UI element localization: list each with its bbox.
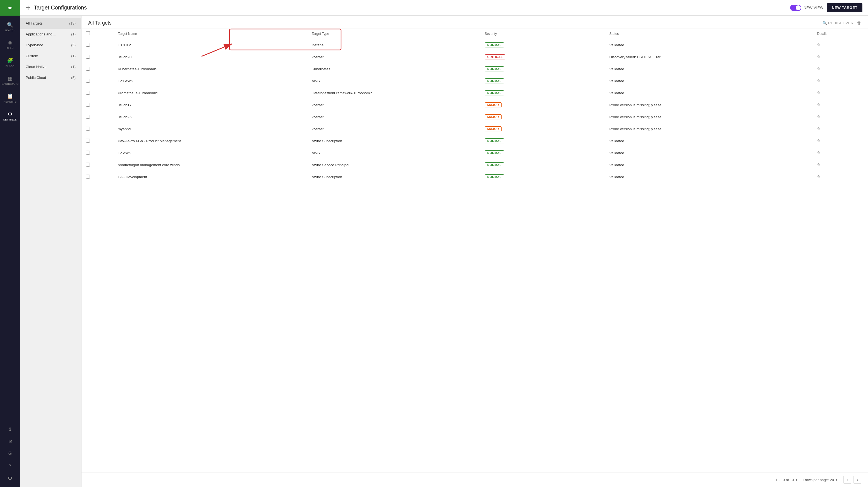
sidebar-item-dashboard[interactable]: ▦ DASHBOARD bbox=[0, 71, 20, 89]
nav-item-custom[interactable]: Custom (1) bbox=[20, 51, 81, 61]
google-button[interactable]: G bbox=[0, 448, 20, 459]
severity-badge: MAJOR bbox=[485, 102, 501, 107]
sidebar-item-plan[interactable]: ◎ PLAN bbox=[0, 36, 20, 54]
power-button[interactable]: ⏻ bbox=[0, 473, 20, 484]
table-wrapper: Target Name Target Type Severity Status … bbox=[82, 28, 868, 487]
sidebar-item-search[interactable]: 🔍 SEARCH bbox=[0, 18, 20, 36]
col-header-type: Target Type bbox=[307, 28, 480, 39]
rediscover-button[interactable]: 🔍 REDISCOVER bbox=[823, 21, 854, 25]
edit-icon[interactable]: ✎ bbox=[817, 43, 820, 47]
target-type: vcenter bbox=[307, 99, 480, 111]
target-type: Kubernetes bbox=[307, 63, 480, 75]
row-checkbox[interactable] bbox=[86, 115, 90, 119]
severity-cell: NORMAL bbox=[480, 63, 605, 75]
main-area: ✛ Target Configurations NEW VIEW NEW TAR… bbox=[20, 0, 868, 487]
prev-page-button[interactable]: ‹ bbox=[843, 476, 851, 484]
delete-icon[interactable]: 🗑 bbox=[857, 21, 861, 26]
severity-cell: MAJOR bbox=[480, 123, 605, 135]
row-checkbox[interactable] bbox=[86, 67, 90, 71]
row-checkbox-cell bbox=[82, 135, 113, 147]
row-checkbox[interactable] bbox=[86, 55, 90, 59]
severity-badge: NORMAL bbox=[485, 150, 504, 155]
row-checkbox[interactable] bbox=[86, 79, 90, 83]
new-target-button[interactable]: NEW TARGET bbox=[827, 3, 862, 12]
status-cell: Validated bbox=[605, 63, 812, 75]
new-view-toggle[interactable] bbox=[790, 5, 801, 11]
target-name: EA - Development bbox=[113, 171, 307, 183]
pagination-info: 1 - 13 of 13 ▼ bbox=[776, 478, 798, 482]
severity-cell: NORMAL bbox=[480, 147, 605, 159]
edit-icon[interactable]: ✎ bbox=[817, 79, 820, 83]
status-cell: Validated bbox=[605, 135, 812, 147]
target-name: Kubernetes-Turbonomic bbox=[113, 63, 307, 75]
next-page-button[interactable]: › bbox=[854, 476, 861, 484]
pagination-nav: ‹ › bbox=[843, 476, 861, 484]
edit-icon[interactable]: ✎ bbox=[817, 127, 820, 131]
edit-icon[interactable]: ✎ bbox=[817, 55, 820, 59]
dashboard-icon: ▦ bbox=[8, 75, 12, 82]
row-checkbox[interactable] bbox=[86, 91, 90, 95]
row-checkbox[interactable] bbox=[86, 43, 90, 46]
severity-badge: NORMAL bbox=[485, 138, 504, 143]
severity-badge: MAJOR bbox=[485, 115, 501, 119]
nav-item-cloud-native[interactable]: Cloud Native (1) bbox=[20, 61, 81, 72]
edit-icon[interactable]: ✎ bbox=[817, 174, 820, 179]
nav-item-all-targets[interactable]: All Targets (13) bbox=[20, 18, 81, 29]
row-checkbox[interactable] bbox=[86, 139, 90, 142]
select-all-checkbox[interactable] bbox=[86, 31, 90, 35]
table-row: Pay-As-You-Go - Product Management Azure… bbox=[82, 135, 868, 147]
edit-icon[interactable]: ✎ bbox=[817, 151, 820, 155]
table-row: TZ1 AWS AWS NORMAL Validated ✎ bbox=[82, 75, 868, 87]
target-name: Pay-As-You-Go - Product Management bbox=[113, 135, 307, 147]
nav-item-public-cloud[interactable]: Public Cloud (5) bbox=[20, 72, 81, 83]
severity-badge: NORMAL bbox=[485, 78, 504, 84]
rows-per-page: Rows per page: 20 ▼ bbox=[804, 478, 838, 482]
edit-icon[interactable]: ✎ bbox=[817, 115, 820, 119]
edit-cell: ✎ bbox=[813, 159, 868, 171]
sidebar-item-place[interactable]: 🧩 PLACE bbox=[0, 54, 20, 71]
edit-cell: ✎ bbox=[813, 135, 868, 147]
status-cell: Validated bbox=[605, 75, 812, 87]
left-nav: All Targets (13) Applications and ... (1… bbox=[20, 15, 82, 487]
severity-badge: NORMAL bbox=[485, 66, 504, 71]
severity-badge: NORMAL bbox=[485, 162, 504, 167]
help-button[interactable]: ? bbox=[0, 460, 20, 472]
edit-cell: ✎ bbox=[813, 111, 868, 123]
pagination-dropdown-arrow[interactable]: ▼ bbox=[795, 478, 798, 481]
row-checkbox-cell bbox=[82, 159, 113, 171]
row-checkbox[interactable] bbox=[86, 127, 90, 131]
col-header-name: Target Name bbox=[113, 28, 307, 39]
sidebar-item-reports[interactable]: 📋 REPORTS bbox=[0, 89, 20, 107]
col-header-details: Details bbox=[813, 28, 868, 39]
row-checkbox[interactable] bbox=[86, 163, 90, 166]
edit-icon[interactable]: ✎ bbox=[817, 103, 820, 107]
target-name: util-dc25 bbox=[113, 111, 307, 123]
edit-icon[interactable]: ✎ bbox=[817, 163, 820, 167]
row-checkbox[interactable] bbox=[86, 103, 90, 106]
nav-item-applications[interactable]: Applications and ... (1) bbox=[20, 29, 81, 40]
row-checkbox[interactable] bbox=[86, 174, 90, 178]
edit-icon[interactable]: ✎ bbox=[817, 91, 820, 95]
target-type: DataIngestionFramework-Turbonomic bbox=[307, 87, 480, 99]
top-header: ✛ Target Configurations NEW VIEW NEW TAR… bbox=[20, 0, 868, 15]
mail-button[interactable]: ✉ bbox=[0, 436, 20, 447]
rows-dropdown-arrow[interactable]: ▼ bbox=[835, 478, 838, 481]
nav-item-hypervisor[interactable]: Hypervisor (5) bbox=[20, 40, 81, 51]
edit-cell: ✎ bbox=[813, 123, 868, 135]
edit-icon[interactable]: ✎ bbox=[817, 67, 820, 71]
target-name: TZ AWS bbox=[113, 147, 307, 159]
row-checkbox[interactable] bbox=[86, 151, 90, 155]
severity-cell: MAJOR bbox=[480, 111, 605, 123]
edit-icon[interactable]: ✎ bbox=[817, 139, 820, 143]
table-actions: 🔍 REDISCOVER 🗑 bbox=[823, 21, 861, 26]
target-name: 10.0.0.2 bbox=[113, 39, 307, 51]
app-logo[interactable]: on bbox=[0, 0, 20, 15]
info-button[interactable]: ℹ bbox=[0, 423, 20, 434]
sidebar-item-settings[interactable]: ⚙ SETTINGS bbox=[0, 107, 20, 125]
severity-cell: CRITICAL bbox=[480, 51, 605, 63]
new-view-label: NEW VIEW bbox=[804, 6, 823, 10]
target-name: myappd bbox=[113, 123, 307, 135]
row-checkbox-cell bbox=[82, 87, 113, 99]
edit-cell: ✎ bbox=[813, 39, 868, 51]
table-row: util-dc25 vcenter MAJOR Probe version is… bbox=[82, 111, 868, 123]
